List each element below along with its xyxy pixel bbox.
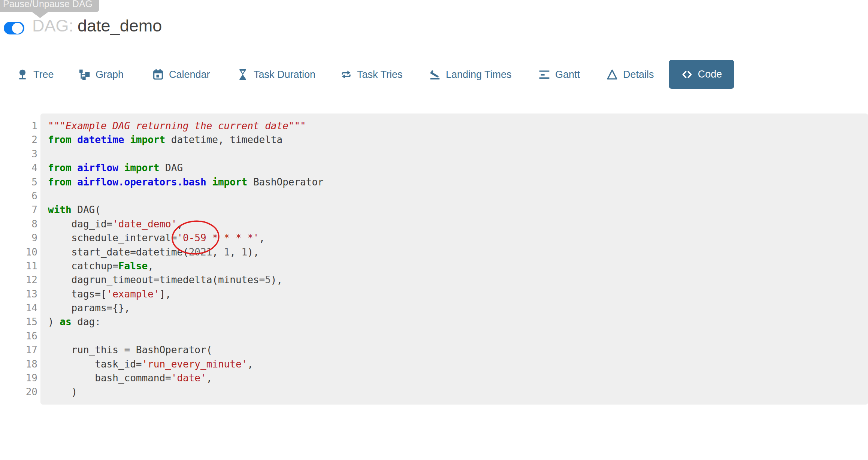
- line-number: 4: [0, 161, 37, 175]
- gantt-bars-icon: [538, 69, 550, 81]
- pause-tooltip: Pause/Unpause DAG: [0, 0, 99, 12]
- tab-label: Gantt: [555, 69, 580, 81]
- code-line-12: 12 dagrun_timeout=timedelta(minutes=5),: [0, 273, 868, 287]
- dag-name: date_demo: [78, 16, 162, 35]
- line-number: 12: [0, 273, 37, 287]
- code-brackets-icon: [681, 69, 693, 81]
- line-number: 18: [0, 357, 37, 371]
- tab-label: Graph: [96, 69, 124, 81]
- code-text: from airflow import DAG: [48, 162, 183, 173]
- line-number: 13: [0, 287, 37, 301]
- tab-label: Tree: [33, 69, 54, 81]
- code-text: catchup=False,: [48, 260, 154, 272]
- code-text: bash_command='date',: [48, 372, 212, 384]
- code-text: params={},: [48, 302, 130, 314]
- tab-bar: TreeGraphCalendarTask DurationTask Tries…: [0, 60, 868, 89]
- hourglass-icon: [237, 69, 249, 81]
- code-lines: 1"""Example DAG returning the current da…: [0, 119, 868, 399]
- code-line-8: 8 dag_id='date_demo',: [0, 217, 868, 231]
- line-number: 15: [0, 315, 37, 329]
- tooltip-arrow: [31, 12, 49, 18]
- line-number: 5: [0, 175, 37, 189]
- toggle-knob: [12, 23, 23, 34]
- tab-label: Calendar: [169, 69, 210, 81]
- line-number: 6: [0, 189, 37, 203]
- line-number: 9: [0, 231, 37, 245]
- triangle-icon: [606, 69, 618, 81]
- tab-task-duration[interactable]: Task Duration: [237, 60, 315, 89]
- code-line-13: 13 tags=['example'],: [0, 287, 868, 301]
- code-text: start_date=datetime(2021, 1, 1),: [48, 246, 259, 258]
- tab-graph[interactable]: Graph: [79, 60, 124, 89]
- tree-icon: [16, 69, 28, 81]
- tab-task-tries[interactable]: Task Tries: [340, 60, 403, 89]
- code-text: dagrun_timeout=timedelta(minutes=5),: [48, 274, 282, 285]
- tab-label: Task Tries: [357, 69, 403, 81]
- line-number: 2: [0, 133, 37, 147]
- code-text: from datetime import datetime, timedelta: [48, 134, 282, 145]
- tab-code[interactable]: Code: [669, 60, 734, 89]
- line-number: 20: [0, 385, 37, 399]
- code-line-18: 18 task_id='run_every_minute',: [0, 357, 868, 371]
- code-line-4: 4from airflow import DAG: [0, 161, 868, 175]
- code-line-17: 17 run_this = BashOperator(: [0, 343, 868, 357]
- repeat-arrows-icon: [340, 69, 352, 81]
- tab-landing-times[interactable]: Landing Times: [429, 60, 512, 89]
- code-line-9: 9 schedule_interval='0-59 * * * *',: [0, 231, 868, 245]
- code-line-2: 2from datetime import datetime, timedelt…: [0, 133, 868, 147]
- dag-label: DAG:: [32, 16, 73, 35]
- tab-label: Code: [698, 69, 722, 80]
- line-number: 3: [0, 147, 37, 161]
- code-text: tags=['example'],: [48, 288, 171, 300]
- code-line-11: 11 catchup=False,: [0, 259, 868, 273]
- line-number: 10: [0, 245, 37, 259]
- tab-calendar[interactable]: Calendar: [152, 60, 210, 89]
- line-number: 19: [0, 371, 37, 385]
- line-number: 14: [0, 301, 37, 315]
- code-line-6: 6: [0, 189, 868, 203]
- code-text: ) as dag:: [48, 316, 101, 327]
- code-text: dag_id='date_demo',: [48, 218, 183, 230]
- code-line-15: 15) as dag:: [0, 315, 868, 329]
- code-text: run_this = BashOperator(: [48, 344, 212, 355]
- line-number: 17: [0, 343, 37, 357]
- tab-details[interactable]: Details: [606, 60, 654, 89]
- line-number: 1: [0, 119, 37, 133]
- pause-tooltip-text: Pause/Unpause DAG: [3, 0, 93, 9]
- line-number: 16: [0, 329, 37, 343]
- graph-icon: [79, 69, 91, 81]
- code-line-10: 10 start_date=datetime(2021, 1, 1),: [0, 245, 868, 259]
- code-text: ): [48, 386, 77, 397]
- code-line-16: 16: [0, 329, 868, 343]
- code-line-7: 7with DAG(: [0, 203, 868, 217]
- pause-unpause-toggle[interactable]: [4, 22, 24, 34]
- code-text: with DAG(: [48, 204, 101, 215]
- page-title: DAG:date_demo: [32, 16, 162, 35]
- tab-label: Details: [623, 69, 654, 81]
- code-line-19: 19 bash_command='date',: [0, 371, 868, 385]
- code-text: """Example DAG returning the current dat…: [48, 120, 306, 131]
- code-line-1: 1"""Example DAG returning the current da…: [0, 119, 868, 133]
- code-text: from airflow.operators.bash import BashO…: [48, 176, 324, 188]
- code-line-14: 14 params={},: [0, 301, 868, 315]
- line-number: 7: [0, 203, 37, 217]
- tab-tree[interactable]: Tree: [16, 60, 54, 89]
- code-line-5: 5from airflow.operators.bash import Bash…: [0, 175, 868, 189]
- line-number: 8: [0, 217, 37, 231]
- code-text: schedule_interval='0-59 * * * *',: [48, 232, 265, 243]
- code-line-20: 20 ): [0, 385, 868, 399]
- tab-gantt[interactable]: Gantt: [538, 60, 580, 89]
- code-text: task_id='run_every_minute',: [48, 358, 253, 370]
- tab-label: Task Duration: [254, 69, 315, 81]
- plane-landing-icon: [429, 69, 441, 81]
- line-number: 11: [0, 259, 37, 273]
- tab-label: Landing Times: [446, 69, 512, 81]
- calendar-icon: [152, 69, 164, 81]
- code-line-3: 3: [0, 147, 868, 161]
